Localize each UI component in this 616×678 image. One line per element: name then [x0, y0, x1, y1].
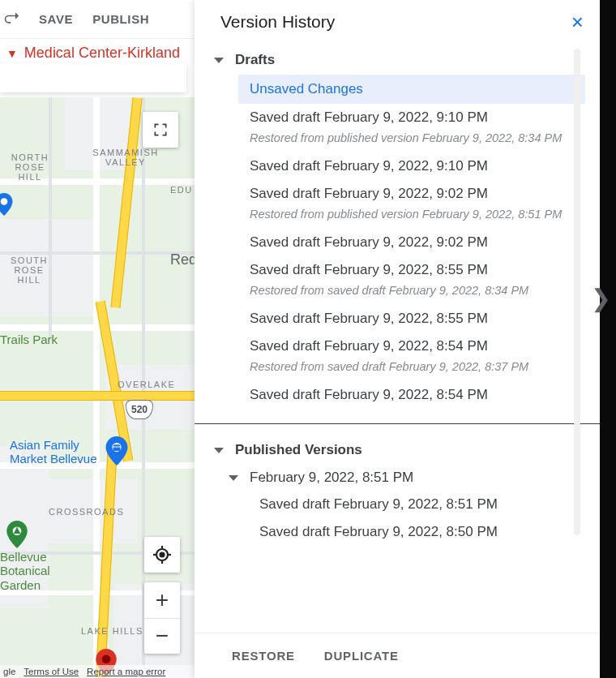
draft-entry[interactable]: Saved draft February 9, 2022, 8:55 PM [195, 305, 600, 333]
map-park-pin[interactable] [6, 521, 28, 548]
restore-button[interactable]: RESTORE [232, 649, 295, 663]
section-drafts-label: Drafts [235, 52, 275, 68]
fullscreen-button[interactable] [143, 112, 178, 148]
map-attrib: gle [3, 667, 15, 676]
map-park-label: Trails Park [0, 333, 58, 346]
save-button[interactable]: SAVE [39, 12, 73, 26]
version-history-panel: Version History × Drafts Unsaved Changes… [195, 0, 600, 678]
draft-entry[interactable]: Saved draft February 9, 2022, 9:10 PM [195, 152, 600, 180]
zoom-in-button[interactable]: + [144, 582, 180, 619]
draft-entry-note: Restored from saved draft February 9, 20… [195, 360, 600, 381]
draft-entry[interactable]: Saved draft February 9, 2022, 8:54 PM [195, 333, 600, 360]
draft-entry-note: Restored from published version February… [195, 208, 600, 229]
map-label: SAMMAMISH VALLEY [89, 148, 162, 167]
duplicate-button[interactable]: DUPLICATE [324, 649, 399, 663]
draft-entry[interactable]: Saved draft February 9, 2022, 9:02 PM [195, 180, 600, 208]
panel-header: Version History × [195, 0, 600, 44]
svg-point-2 [1, 198, 8, 205]
chevron-down-icon [214, 58, 224, 63]
svg-point-3 [102, 654, 111, 663]
terms-link[interactable]: Terms of Use [24, 667, 79, 676]
section-divider [195, 423, 600, 424]
published-entry[interactable]: Saved draft February 9, 2022, 8:50 PM [195, 518, 600, 546]
published-group[interactable]: February 9, 2022, 8:51 PM [195, 465, 600, 491]
draft-entry[interactable]: Unsaved Changes [238, 75, 585, 104]
draft-entry-note: Restored from saved draft February 9, 20… [195, 284, 600, 305]
tag-dropdown-card [0, 63, 186, 92]
svg-point-5 [160, 553, 165, 557]
location-tag-text: Medical Center-Kirkland [24, 45, 180, 62]
scrollbar[interactable] [574, 49, 580, 535]
zoom-out-button[interactable]: − [144, 619, 180, 654]
section-published-label: Published Versions [235, 442, 362, 458]
map-label: EDU [170, 185, 193, 195]
map-shop-pin[interactable] [105, 436, 128, 466]
locate-button[interactable] [144, 537, 180, 573]
map-city-label: Redm [170, 251, 195, 268]
caret-down-icon: ▼ [6, 47, 18, 60]
panel-body: Drafts Unsaved Changes Saved draft Febru… [195, 44, 600, 678]
section-published[interactable]: Published Versions [195, 434, 600, 465]
map-footer: gle Terms of Use Report a map error [0, 665, 195, 678]
redo-icon[interactable] [3, 10, 19, 28]
map-generic-pin[interactable] [0, 193, 13, 216]
map-label: NORTH ROSE HILL [3, 152, 57, 182]
draft-entry[interactable]: Saved draft February 9, 2022, 8:55 PM [195, 256, 600, 284]
chevron-down-icon [214, 448, 224, 453]
map-label: SOUTH ROSE HILL [5, 255, 53, 285]
map-shop-label: Asian FamilyMarket Bellevue [10, 438, 97, 466]
section-drafts[interactable]: Drafts [195, 44, 600, 75]
panel-actions: RESTORE DUPLICATE [195, 633, 600, 678]
route-shield: 520 [126, 400, 153, 419]
map-label: LAKE HILLS [81, 626, 143, 636]
map-canvas[interactable]: NORTH ROSE HILL SAMMAMISH VALLEY EDU SOU… [0, 97, 195, 678]
panel-title: Version History [220, 12, 335, 32]
draft-entry[interactable]: Saved draft February 9, 2022, 8:54 PM [195, 381, 600, 409]
published-entry[interactable]: Saved draft February 9, 2022, 8:51 PM [195, 491, 600, 518]
location-tag[interactable]: ▼ Medical Center-Kirkland [0, 45, 180, 62]
map-garden-label: BellevueBotanicalGarden [0, 550, 50, 592]
report-error-link[interactable]: Report a map error [87, 667, 165, 676]
draft-entry[interactable]: Saved draft February 9, 2022, 9:10 PM [195, 104, 600, 131]
map-label: OVERLAKE [118, 380, 175, 389]
published-group-label: February 9, 2022, 8:51 PM [250, 470, 413, 486]
chevron-down-icon [229, 475, 238, 481]
collapse-panel-arrow[interactable]: ❮ [591, 284, 611, 312]
window-edge [600, 0, 616, 678]
draft-entry[interactable]: Saved draft February 9, 2022, 9:02 PM [195, 229, 600, 256]
draft-entry-note: Restored from published version February… [195, 131, 600, 152]
publish-button[interactable]: PUBLISH [92, 12, 149, 26]
zoom-control: + − [144, 582, 180, 654]
map-label: CROSSROADS [49, 507, 124, 517]
close-button[interactable]: × [571, 11, 584, 32]
